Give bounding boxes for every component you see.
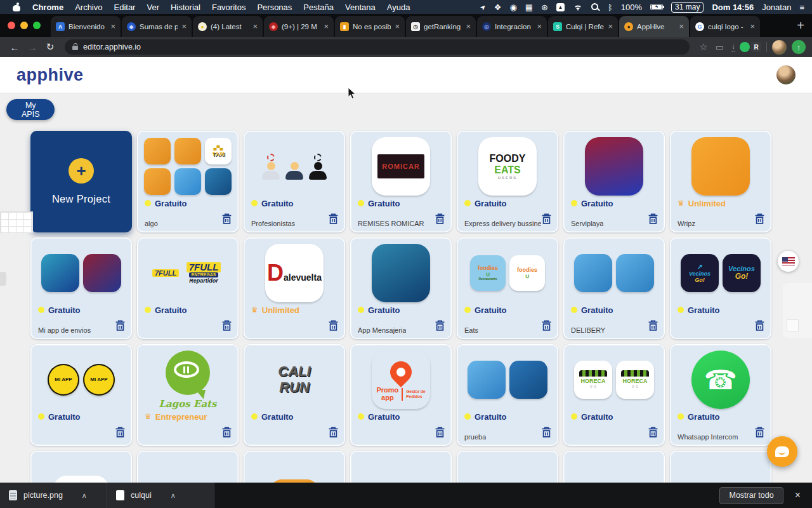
project-card[interactable]: PromoappGestor dePedidos Gratuito	[350, 344, 452, 446]
download-item[interactable]: picture.png∧	[0, 483, 107, 508]
new-project-card[interactable]: +New Project	[30, 131, 132, 232]
project-card[interactable]: foodies∪Restaurantsfoodies∪ Gratuito Eat…	[457, 237, 558, 339]
download-icon[interactable]: ↓	[731, 43, 735, 51]
menu-editar[interactable]: Editar	[108, 3, 141, 12]
delete-button[interactable]	[221, 427, 232, 441]
project-card[interactable]: Gratuito Profesionistas	[244, 131, 345, 232]
dropbox-icon[interactable]: ❖	[494, 3, 502, 11]
project-card[interactable]: Gratuito Serviplaya	[563, 131, 665, 232]
project-card[interactable]	[563, 451, 665, 483]
battery-icon[interactable]: ϟ	[650, 4, 663, 10]
tab-close-icon[interactable]: ×	[395, 22, 400, 31]
delete-button[interactable]	[648, 320, 658, 334]
project-card[interactable]: Gratuito prueba	[457, 344, 558, 446]
project-card[interactable]: ROMICAR Gratuito REMISES ROMICAR	[350, 131, 452, 232]
project-card[interactable]: Gratuito DELIBERY	[563, 237, 665, 339]
menu-ventana[interactable]: Ventana	[339, 3, 381, 12]
browser-tab[interactable]: ●(4) Latest×	[193, 16, 263, 37]
tab-close-icon[interactable]: ×	[252, 22, 258, 31]
close-downloads-icon[interactable]: ×	[795, 490, 801, 501]
project-card[interactable]: ☎ Gratuito Whatsapp Intercom	[670, 344, 771, 446]
reload-button[interactable]: ↻	[42, 41, 58, 53]
project-card[interactable]: ↗VecinosGo!VecinosGo! Gratuito	[670, 237, 771, 339]
browser-tab[interactable]: ABienvenido×	[51, 16, 121, 37]
update-chrome-button[interactable]: ↑	[792, 40, 806, 54]
project-card[interactable]: Dalevuelta ♛ Unlimited	[244, 237, 345, 339]
project-card[interactable]: ‖●	[137, 451, 239, 483]
browser-tab[interactable]: Gculqi logo -×	[690, 16, 760, 37]
r-extension-icon[interactable]: R	[751, 42, 761, 52]
screen-mirroring-icon[interactable]: ▦	[525, 3, 533, 11]
browser-tab[interactable]: ◈(9+) | 29 M×	[264, 16, 334, 37]
menu-historial[interactable]: Historial	[165, 3, 206, 12]
minimize-window-button[interactable]	[20, 22, 28, 29]
tab-close-icon[interactable]: ×	[466, 22, 471, 31]
menubar-user[interactable]: Jonatan	[762, 3, 791, 12]
my-apis-button[interactable]: My APIS	[6, 99, 55, 120]
app-menu-icon[interactable]: ⊛	[541, 3, 548, 11]
tab-close-icon[interactable]: ×	[608, 22, 613, 31]
menu-pestaña[interactable]: Pestaña	[298, 3, 339, 12]
menu-ayuda[interactable]: Ayuda	[381, 3, 416, 12]
support-chat-button[interactable]	[767, 436, 797, 467]
bluetooth-icon[interactable]: ᛒ	[608, 3, 613, 11]
menu-favoritos[interactable]: Favoritos	[206, 3, 251, 12]
project-card[interactable]: ●PORTOSHOP	[670, 451, 771, 483]
tab-close-icon[interactable]: ×	[110, 22, 115, 31]
browser-tab[interactable]: ▮No es posib×	[335, 16, 405, 37]
tab-close-icon[interactable]: ×	[537, 22, 542, 31]
project-card[interactable]: ○○○	[350, 451, 452, 483]
wallet-icon[interactable]: ▭	[716, 42, 724, 52]
delete-button[interactable]	[328, 213, 339, 227]
delete-button[interactable]	[221, 213, 232, 227]
project-card[interactable]: FOODYEATSUSERS Gratuito Express delivery…	[457, 131, 558, 232]
menu-personas[interactable]: Personas	[251, 3, 298, 12]
delete-button[interactable]	[115, 427, 126, 441]
download-item[interactable]: culqui∧	[107, 483, 214, 508]
delete-button[interactable]	[115, 320, 126, 334]
menu-archivo[interactable]: Archivo	[69, 3, 108, 12]
chevron-up-icon[interactable]: ∧	[171, 491, 176, 500]
delete-button[interactable]	[328, 427, 339, 441]
project-card[interactable]: ▄▀▄TAXI Gratuito algo	[137, 131, 239, 232]
delete-button[interactable]	[754, 213, 765, 227]
delete-button[interactable]	[541, 213, 552, 227]
apple-icon[interactable]	[13, 3, 20, 11]
lock-icon[interactable]	[72, 46, 78, 50]
delete-button[interactable]	[435, 427, 445, 441]
project-card[interactable]: CALIRUN Gratuito	[244, 344, 345, 446]
delete-button[interactable]	[648, 427, 658, 441]
project-card[interactable]	[457, 451, 558, 483]
browser-tab[interactable]: SCulqi | Refe×	[548, 16, 618, 37]
location-icon[interactable]: ➤	[478, 3, 487, 11]
project-card[interactable]: O	[244, 451, 345, 483]
date-chip[interactable]: 31 may	[671, 2, 704, 13]
delete-button[interactable]	[754, 427, 765, 441]
delete-button[interactable]	[648, 213, 658, 227]
user-avatar[interactable]	[776, 65, 796, 84]
close-window-button[interactable]	[8, 22, 15, 29]
tab-close-icon[interactable]: ×	[181, 22, 187, 31]
address-bar[interactable]: editor.apphive.io	[65, 39, 690, 55]
shutter-icon[interactable]: ◉	[509, 3, 516, 11]
apphive-logo[interactable]: apphive	[16, 65, 84, 85]
wifi-icon[interactable]	[573, 3, 583, 11]
menu-ver[interactable]: Ver	[141, 3, 165, 12]
bookmark-star-icon[interactable]: ☆	[699, 41, 707, 53]
project-card[interactable]: ♛ Unlimited Wripz	[670, 131, 771, 232]
profile-avatar[interactable]	[772, 40, 787, 55]
project-card[interactable]: Lagos Eats ♛ Entrepreneur	[137, 344, 239, 446]
back-button[interactable]: ←	[6, 42, 23, 53]
delete-button[interactable]	[541, 427, 552, 441]
tab-close-icon[interactable]: ×	[679, 22, 684, 31]
project-card[interactable]: 7FULL7FULLENTREGASRepartidor Gratuito	[137, 237, 239, 339]
tab-close-icon[interactable]: ×	[324, 22, 329, 31]
delete-button[interactable]	[435, 320, 445, 334]
project-card[interactable]: HORECA○ ○HORECA○ ○ Gratuito	[563, 344, 665, 446]
new-tab-button[interactable]: +	[797, 19, 804, 32]
forward-button[interactable]: →	[24, 42, 41, 53]
zoom-window-button[interactable]	[33, 22, 41, 29]
project-card[interactable]: --➤	[30, 451, 132, 483]
browser-tab[interactable]: ◎Integracion×	[477, 16, 547, 37]
drive-icon[interactable]: ▲	[556, 3, 565, 11]
